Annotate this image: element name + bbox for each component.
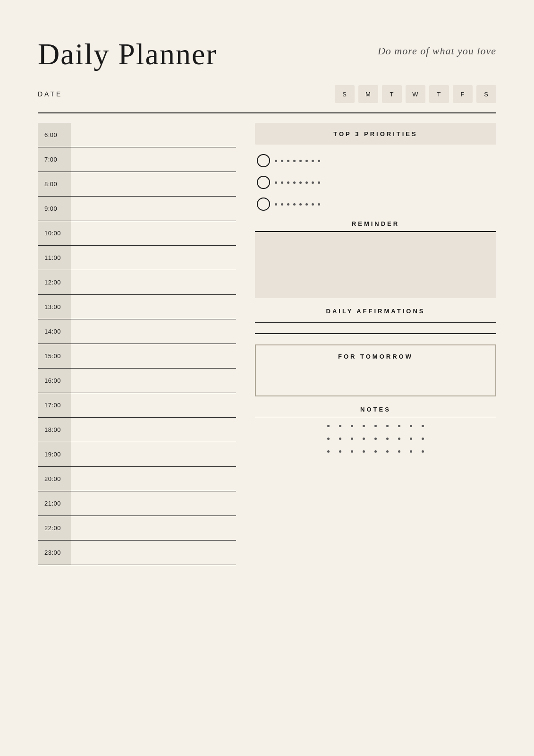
reminder-title: REMINDER [255, 220, 496, 227]
time-content[interactable] [71, 442, 236, 466]
notes-dot [339, 425, 341, 427]
dot [275, 181, 277, 184]
notes-dot [422, 450, 424, 453]
notes-dot [374, 450, 377, 453]
priority-item-1[interactable] [255, 154, 496, 167]
notes-dot [386, 438, 389, 440]
notes-dot [327, 425, 330, 427]
notes-dot [386, 425, 389, 427]
notes-dot [398, 438, 400, 440]
notes-title: NOTES [255, 406, 496, 413]
time-content[interactable] [71, 147, 236, 172]
dot [312, 203, 314, 206]
time-content[interactable] [71, 369, 236, 393]
notes-divider [255, 417, 496, 418]
time-content[interactable] [71, 123, 236, 147]
notes-dot [410, 425, 412, 427]
time-content[interactable] [71, 418, 236, 442]
dot [275, 203, 277, 206]
notes-dot [327, 450, 330, 453]
time-label: 20:00 [38, 467, 71, 491]
priority-checkbox-3[interactable] [257, 198, 270, 211]
time-label: 8:00 [38, 172, 71, 196]
priorities-header: TOP 3 PRIORITIES [255, 123, 496, 145]
time-label: 9:00 [38, 197, 71, 221]
time-content[interactable] [71, 344, 236, 368]
time-label: 19:00 [38, 442, 71, 466]
priorities-title: TOP 3 PRIORITIES [333, 130, 417, 137]
time-content[interactable] [71, 319, 236, 344]
dot [305, 181, 308, 184]
dot [318, 203, 320, 206]
dot [287, 160, 289, 162]
time-content[interactable] [71, 541, 236, 565]
priority-dots-1 [275, 160, 494, 162]
time-slot: 8:00 [38, 172, 236, 197]
day-box-T-4[interactable]: T [429, 85, 449, 103]
time-slot: 19:00 [38, 442, 236, 467]
affirmation-line-2 [255, 333, 496, 334]
dot [281, 160, 283, 162]
time-label: 22:00 [38, 516, 71, 540]
dot [299, 181, 302, 184]
time-label: 13:00 [38, 295, 71, 319]
dot [305, 160, 308, 162]
priority-item-3[interactable] [255, 198, 496, 211]
dot [281, 203, 283, 206]
dot [299, 160, 302, 162]
day-box-M-1[interactable]: M [358, 85, 378, 103]
time-slot: 20:00 [38, 467, 236, 491]
time-content[interactable] [71, 221, 236, 245]
for-tomorrow-box[interactable]: FOR TOMORROW [255, 344, 496, 396]
time-content[interactable] [71, 172, 236, 196]
dot [281, 181, 283, 184]
dot [312, 181, 314, 184]
time-content[interactable] [71, 246, 236, 270]
time-content[interactable] [71, 491, 236, 515]
time-slot: 12:00 [38, 270, 236, 295]
notes-dot [410, 438, 412, 440]
dot [293, 203, 296, 206]
time-slot: 7:00 [38, 147, 236, 172]
dot [312, 160, 314, 162]
notes-dot [363, 450, 365, 453]
day-box-S-0[interactable]: S [335, 85, 355, 103]
notes-dot [339, 438, 341, 440]
dot [299, 203, 302, 206]
time-slot: 15:00 [38, 344, 236, 369]
time-label: 18:00 [38, 418, 71, 442]
time-slot: 18:00 [38, 418, 236, 442]
affirmations-title: DAILY AFFIRMATIONS [255, 308, 496, 315]
priority-items [255, 154, 496, 211]
notes-dot [351, 450, 353, 453]
tagline: Do more of what you love [378, 45, 496, 57]
dot [287, 203, 289, 206]
day-box-S-6[interactable]: S [476, 85, 496, 103]
dot [293, 160, 296, 162]
notes-dot [374, 438, 377, 440]
time-slot: 9:00 [38, 197, 236, 221]
time-label: 12:00 [38, 270, 71, 294]
priority-checkbox-2[interactable] [257, 176, 270, 189]
time-content[interactable] [71, 270, 236, 294]
time-slot: 23:00 [38, 541, 236, 565]
right-column: TOP 3 PRIORITIES [255, 123, 496, 565]
dot [293, 181, 296, 184]
time-content[interactable] [71, 516, 236, 540]
day-box-W-3[interactable]: W [406, 85, 425, 103]
time-content[interactable] [71, 295, 236, 319]
time-content[interactable] [71, 393, 236, 417]
time-content[interactable] [71, 467, 236, 491]
priority-checkbox-1[interactable] [257, 154, 270, 167]
notes-dot [363, 425, 365, 427]
time-content[interactable] [71, 197, 236, 221]
priority-item-2[interactable] [255, 176, 496, 189]
date-row: DATE SMTWTFS [38, 85, 496, 103]
time-slot: 10:00 [38, 221, 236, 246]
day-box-T-2[interactable]: T [382, 85, 402, 103]
notes-dots-row-1 [255, 425, 496, 427]
day-box-F-5[interactable]: F [453, 85, 473, 103]
time-slot: 6:00 [38, 123, 236, 147]
reminder-box[interactable] [255, 232, 496, 298]
time-label: 7:00 [38, 147, 71, 172]
